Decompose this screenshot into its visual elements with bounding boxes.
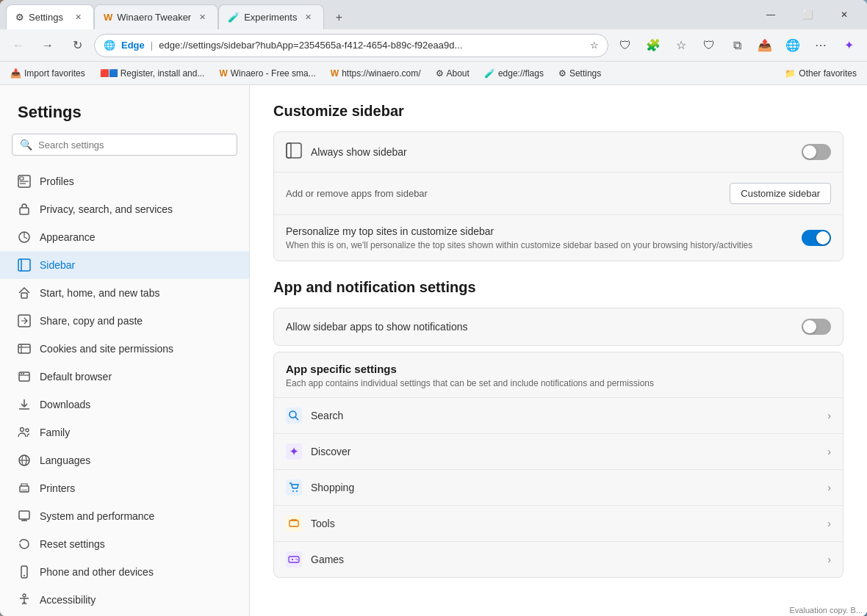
search-chevron-icon: ›	[827, 410, 831, 421]
settings-tab-label: Settings	[29, 12, 63, 23]
split-screen-icon[interactable]: ⧉	[724, 33, 749, 58]
cookies-icon	[18, 342, 31, 355]
app-row-games[interactable]: Games ›	[274, 541, 843, 577]
discover-star-icon: ✦	[289, 446, 298, 457]
app-row-search[interactable]: Search ›	[274, 397, 843, 433]
profiles-label: Profiles	[40, 175, 74, 187]
languages-label: Languages	[40, 454, 90, 466]
experiments-tab-close[interactable]: ✕	[301, 11, 314, 24]
sidebar-item-privacy[interactable]: Privacy, search, and services	[0, 195, 249, 223]
phone-icon	[18, 565, 31, 579]
address-bar[interactable]: 🌐 Edge | edge://settings/sidebar?hubApp=…	[94, 34, 608, 57]
profile-icon[interactable]: 🌐	[780, 33, 805, 58]
experiments-tab-icon: 🧪	[228, 12, 240, 23]
default-browser-icon	[18, 370, 31, 383]
search-icon: 🔍	[20, 139, 32, 151]
copilot-icon[interactable]: ✦	[836, 33, 861, 58]
winaero-url-icon: W	[331, 68, 339, 79]
other-favorites[interactable]: 📁 Other favorites	[780, 67, 861, 80]
maximize-button[interactable]: ⬜	[791, 3, 824, 26]
tools-chevron-icon: ›	[827, 518, 831, 529]
sidebar-item-appearance[interactable]: Appearance	[0, 223, 249, 251]
close-button[interactable]: ✕	[827, 3, 861, 26]
personalize-desc: When this is on, we'll personalize the t…	[286, 240, 793, 250]
customize-sidebar-button[interactable]: Customize sidebar	[730, 183, 831, 204]
svg-point-37	[296, 490, 298, 492]
settings-tab-close[interactable]: ✕	[71, 11, 84, 24]
svg-point-29	[24, 575, 25, 576]
sidebar-item-share[interactable]: Share, copy and paste	[0, 307, 249, 335]
family-icon	[18, 426, 31, 439]
sidebar-item-downloads[interactable]: Downloads	[0, 391, 249, 418]
allow-notifications-row: Allow sidebar apps to show notifications	[274, 308, 843, 345]
new-tab-button[interactable]: +	[327, 6, 350, 29]
browser-essentials-icon[interactable]: 🛡	[697, 33, 722, 58]
sidebar-item-profiles[interactable]: Profiles	[0, 167, 249, 195]
tools-app-label: Tools	[311, 518, 819, 529]
allow-notifications-toggle[interactable]	[802, 319, 831, 335]
printers-label: Printers	[40, 482, 75, 494]
bookmark-winaero-url[interactable]: W https://winaero.com/	[326, 67, 425, 80]
back-button[interactable]: ←	[6, 33, 31, 58]
nav-bar: ← → ↻ 🌐 Edge | edge://settings/sidebar?h…	[0, 29, 867, 62]
sidebar-item-cookies[interactable]: Cookies and site permissions	[0, 335, 249, 363]
sidebar-item-phone[interactable]: Phone and other devices	[0, 558, 249, 586]
tab-winaero[interactable]: W Winaero Tweaker ✕	[94, 4, 218, 29]
tab-settings[interactable]: ⚙ Settings ✕	[6, 4, 94, 29]
winaero-tab-close[interactable]: ✕	[195, 11, 209, 24]
default-browser-label: Default browser	[40, 371, 112, 383]
bookmark-flags[interactable]: 🧪 edge://flags	[480, 67, 548, 80]
minimize-button[interactable]: —	[754, 3, 788, 26]
accessibility-label: Accessibility	[40, 594, 96, 606]
bookmark-winaero[interactable]: W Winaero - Free sma...	[215, 67, 320, 80]
app-row-shopping[interactable]: Shopping ›	[274, 469, 843, 505]
tab-experiments[interactable]: 🧪 Experiments ✕	[218, 4, 324, 29]
always-show-sidebar-toggle[interactable]	[802, 144, 831, 160]
collections-icon[interactable]: ☆	[669, 33, 694, 58]
settings-more-icon[interactable]: ⋯	[808, 33, 833, 58]
share-icon[interactable]: 📤	[752, 33, 777, 58]
svg-rect-25	[19, 511, 29, 519]
svg-point-19	[26, 429, 29, 432]
sidebar-item-start-home[interactable]: Start, home, and new tabs	[0, 279, 249, 307]
sidebar-item-system[interactable]: System and performance	[0, 502, 249, 530]
flags-label: edge://flags	[498, 68, 544, 79]
sidebar-item-printers[interactable]: Printers	[0, 474, 249, 502]
main-content: Settings 🔍 Profiles Privacy, search, and…	[0, 85, 867, 616]
flags-icon: 🧪	[484, 68, 495, 79]
sidebar-item-default-browser[interactable]: Default browser	[0, 363, 249, 391]
bookmark-settings[interactable]: ⚙ Settings	[554, 67, 605, 80]
sidebar-item-accessibility[interactable]: Accessibility	[0, 586, 249, 614]
sidebar-item-sidebar[interactable]: Sidebar	[0, 251, 249, 279]
search-input[interactable]	[38, 139, 229, 151]
about-bk-label: About	[447, 68, 470, 79]
discover-app-label: Discover	[311, 446, 819, 457]
forward-button[interactable]: →	[35, 33, 60, 58]
svg-rect-1	[20, 177, 24, 180]
extensions-icon[interactable]: 🧩	[641, 33, 666, 58]
sidebar-item-family[interactable]: Family	[0, 418, 249, 446]
bookmark-about[interactable]: ⚙ About	[431, 67, 474, 80]
app-row-discover[interactable]: ✦ Discover ›	[274, 433, 843, 469]
profiles-icon	[18, 175, 31, 188]
sidebar-item-languages[interactable]: Languages	[0, 446, 249, 474]
bookmark-import[interactable]: 📥 Import favorites	[6, 67, 90, 80]
svg-rect-32	[287, 143, 301, 158]
always-show-sidebar-row: Always show sidebar	[274, 132, 843, 172]
app-row-tools[interactable]: Tools ›	[274, 505, 843, 541]
games-chevron-icon: ›	[827, 554, 831, 565]
favorites-icon[interactable]: 🛡	[613, 33, 638, 58]
nav-icons: 🛡 🧩 ☆ 🛡 ⧉ 📤 🌐 ⋯ ✦	[613, 33, 861, 58]
settings-tab-icon: ⚙	[15, 12, 24, 23]
title-bar: ⚙ Settings ✕ W Winaero Tweaker ✕ 🧪 Exper…	[0, 0, 867, 29]
personalize-row: Personalize my top sites in customize si…	[274, 214, 843, 261]
star-icon[interactable]: ☆	[590, 40, 599, 51]
bookmark-register[interactable]: 🟥🟦 Register, install and...	[96, 67, 209, 80]
games-app-icon	[286, 551, 302, 568]
sidebar-item-reset[interactable]: Reset settings	[0, 530, 249, 558]
sidebar-toggle-icon	[286, 142, 302, 162]
svg-rect-4	[20, 208, 29, 214]
search-box[interactable]: 🔍	[12, 134, 237, 156]
personalize-toggle[interactable]	[802, 230, 831, 246]
refresh-button[interactable]: ↻	[65, 33, 90, 58]
